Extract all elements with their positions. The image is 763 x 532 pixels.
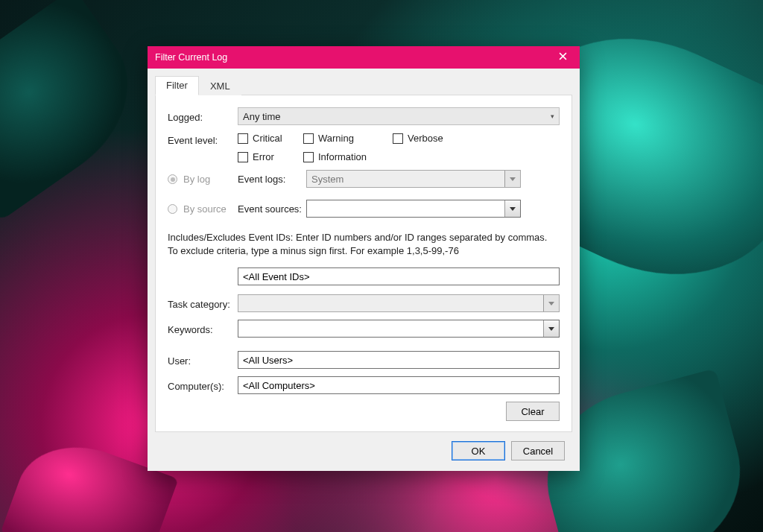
tabstrip: Filter XML (155, 76, 572, 95)
checkbox-label: Warning (318, 133, 354, 144)
chevron-down-icon[interactable] (543, 320, 559, 337)
radio-by-source: By source (168, 203, 227, 215)
radio-by-log: By log (168, 174, 210, 185)
event-logs-value: System (307, 171, 504, 187)
checkbox-verbose[interactable]: Verbose (393, 133, 475, 144)
chevron-down-icon (543, 295, 559, 311)
bg-decoration (0, 0, 159, 221)
checkbox-critical[interactable]: Critical (238, 133, 303, 144)
checkbox-label: Verbose (408, 133, 443, 144)
close-icon (559, 52, 567, 63)
dialog-footer: OK Cancel (155, 432, 572, 462)
checkbox-icon (303, 152, 314, 162)
event-ids-help: Includes/Excludes Event IDs: Enter ID nu… (168, 231, 560, 257)
keywords-dropdown[interactable] (238, 320, 560, 338)
checkbox-information[interactable]: Information (303, 151, 393, 162)
checkbox-label: Error (253, 151, 274, 162)
checkbox-label: Information (318, 151, 367, 162)
logged-dropdown[interactable]: Any time ▾ (238, 107, 560, 125)
checkbox-icon (393, 133, 403, 144)
event-logs-dropdown: System (306, 170, 521, 188)
checkbox-icon (238, 152, 248, 162)
event-ids-input[interactable] (238, 267, 560, 285)
task-category-dropdown (238, 294, 560, 312)
label-computers: Computer(s): (168, 379, 238, 392)
tab-xml[interactable]: XML (199, 77, 241, 95)
desktop-background: Filter Current Log Filter XML Logged: An (0, 0, 763, 532)
radio-icon (168, 204, 177, 214)
user-input[interactable] (238, 351, 560, 369)
checkbox-icon (303, 133, 314, 144)
window-title: Filter Current Log (155, 52, 546, 63)
label-task-category: Task category: (168, 297, 238, 310)
radio-label: By log (183, 174, 210, 185)
checkbox-icon (238, 133, 248, 144)
label-event-logs: Event logs: (238, 174, 306, 185)
event-sources-value (307, 200, 504, 217)
cancel-button[interactable]: Cancel (511, 441, 565, 460)
tab-filter[interactable]: Filter (155, 76, 199, 95)
event-sources-dropdown[interactable] (306, 200, 521, 218)
checkbox-label: Critical (253, 133, 282, 144)
label-event-sources: Event sources: (238, 203, 306, 215)
checkbox-warning[interactable]: Warning (303, 133, 393, 144)
label-keywords: Keywords: (168, 322, 238, 335)
label-event-level: Event level: (168, 133, 238, 146)
chevron-down-icon[interactable] (504, 200, 520, 217)
tabpage-filter: Logged: Any time ▾ Event level: (155, 95, 572, 432)
logged-value: Any time (243, 111, 281, 122)
dialog-client-area: Filter XML Logged: Any time ▾ Even (148, 69, 580, 471)
checkbox-error[interactable]: Error (238, 151, 303, 162)
computers-input[interactable] (238, 376, 560, 394)
chevron-down-icon: ▾ (551, 113, 554, 120)
chevron-down-icon (504, 171, 520, 187)
label-logged: Logged: (168, 110, 238, 123)
titlebar[interactable]: Filter Current Log (148, 46, 580, 69)
radio-label: By source (183, 203, 227, 215)
task-category-value (238, 295, 543, 311)
radio-icon (168, 174, 177, 184)
ok-button[interactable]: OK (452, 441, 505, 460)
label-user: User: (168, 353, 238, 367)
clear-button[interactable]: Clear (506, 402, 560, 421)
close-button[interactable] (546, 46, 580, 69)
filter-log-dialog: Filter Current Log Filter XML Logged: An (148, 46, 580, 471)
keywords-value (238, 320, 543, 337)
